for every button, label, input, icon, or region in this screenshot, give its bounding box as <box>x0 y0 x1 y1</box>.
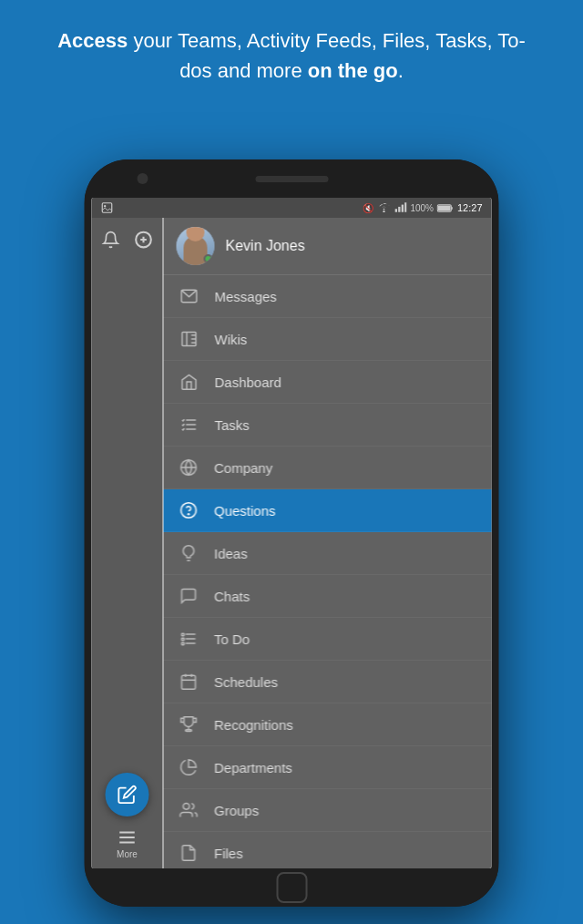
image-icon <box>101 201 114 214</box>
dashboard-label: Dashboard <box>214 375 281 390</box>
svg-rect-34 <box>181 642 184 645</box>
questions-icon <box>176 501 201 519</box>
svg-rect-5 <box>402 204 404 211</box>
files-icon <box>176 844 201 862</box>
signal-bars <box>394 202 406 214</box>
status-bar: 🔇 100% <box>92 198 492 218</box>
svg-point-2 <box>383 210 384 212</box>
tasks-icon <box>176 416 201 434</box>
ideas-label: Ideas <box>214 546 248 561</box>
header-bold-access: Access <box>57 29 128 52</box>
company-icon <box>176 458 201 477</box>
header-section: Access your Teams, Activity Feeds, Files… <box>0 0 583 102</box>
menu-panel: Kevin Jones MessagesWikisDashboardTasksC… <box>163 218 492 868</box>
menu-item-files[interactable]: Files <box>163 832 492 868</box>
phone-container: 🔇 100% <box>85 159 499 907</box>
svg-rect-32 <box>181 633 184 636</box>
menu-item-departments[interactable]: Departments <box>163 746 492 789</box>
groups-icon <box>176 801 201 819</box>
left-panel: More <box>92 218 163 868</box>
menu-item-recognitions[interactable]: Recognitions <box>163 703 492 746</box>
svg-rect-40 <box>185 730 191 732</box>
files-label: Files <box>214 846 243 861</box>
menu-item-company[interactable]: Company <box>163 447 492 489</box>
notification-button[interactable] <box>98 227 124 252</box>
company-label: Company <box>214 460 272 476</box>
svg-rect-4 <box>398 206 400 211</box>
todo-icon <box>176 630 201 648</box>
phone-speaker <box>255 176 328 182</box>
header-bold-onthego: on the go <box>308 59 398 82</box>
messages-icon <box>176 287 201 305</box>
chats-icon <box>176 587 201 605</box>
wifi-icon <box>377 202 390 214</box>
departments-icon <box>176 758 201 776</box>
hamburger-icon <box>117 827 137 847</box>
phone-screen: 🔇 100% <box>92 198 492 868</box>
menu-item-messages[interactable]: Messages <box>163 275 492 318</box>
add-button[interactable] <box>131 227 157 252</box>
messages-label: Messages <box>214 289 276 304</box>
schedules-label: Schedules <box>214 674 278 690</box>
menu-item-questions[interactable]: Questions <box>163 489 492 532</box>
status-left-icons <box>101 201 114 214</box>
user-header[interactable]: Kevin Jones <box>163 218 492 275</box>
dashboard-icon <box>176 373 201 391</box>
tasks-label: Tasks <box>214 417 249 433</box>
time-display: 12:27 <box>457 202 483 213</box>
svg-rect-33 <box>181 638 184 641</box>
wikis-icon <box>176 330 201 348</box>
phone-frame: 🔇 100% <box>85 159 499 907</box>
menu-item-dashboard[interactable]: Dashboard <box>163 361 492 404</box>
svg-rect-0 <box>102 203 112 213</box>
questions-label: Questions <box>214 503 276 518</box>
todo-label: To Do <box>214 631 250 647</box>
menu-item-groups[interactable]: Groups <box>163 789 492 832</box>
battery-icon <box>437 203 454 213</box>
status-right: 🔇 100% <box>363 202 482 214</box>
menu-item-schedules[interactable]: Schedules <box>163 661 492 703</box>
wikis-label: Wikis <box>214 332 247 347</box>
svg-point-1 <box>104 205 106 207</box>
avatar <box>176 227 214 265</box>
menu-item-ideas[interactable]: Ideas <box>163 532 492 575</box>
chats-label: Chats <box>214 589 250 604</box>
more-nav-button[interactable]: More <box>117 827 138 859</box>
svg-rect-9 <box>452 207 454 210</box>
svg-point-41 <box>183 804 189 810</box>
phone-bottom-bezel <box>85 868 499 907</box>
header-text: Access your Teams, Activity Feeds, Files… <box>57 29 526 82</box>
svg-rect-35 <box>181 675 195 689</box>
menu-item-tasks[interactable]: Tasks <box>163 404 492 447</box>
page-background: Access your Teams, Activity Feeds, Files… <box>0 0 583 924</box>
svg-rect-6 <box>404 202 406 212</box>
more-label: More <box>117 849 138 859</box>
battery-percent: 100% <box>410 203 434 213</box>
online-indicator <box>203 254 212 263</box>
svg-rect-8 <box>438 205 451 210</box>
phone-top-bezel <box>85 159 499 198</box>
groups-label: Groups <box>214 803 259 818</box>
user-name: Kevin Jones <box>225 238 304 254</box>
menu-item-todo[interactable]: To Do <box>163 618 492 661</box>
top-action-buttons <box>98 227 157 252</box>
recognitions-icon <box>176 715 201 734</box>
app-content: More <box>92 218 492 868</box>
home-button[interactable] <box>276 872 307 903</box>
svg-rect-3 <box>395 209 397 212</box>
mute-icon: 🔇 <box>363 203 373 213</box>
recognitions-label: Recognitions <box>214 717 293 733</box>
menu-item-chats[interactable]: Chats <box>163 575 492 618</box>
svg-point-27 <box>180 503 196 518</box>
departments-label: Departments <box>214 760 292 775</box>
phone-camera <box>138 173 148 184</box>
edit-fab[interactable] <box>106 773 149 816</box>
menu-items-container: MessagesWikisDashboardTasksCompanyQuesti… <box>163 275 492 868</box>
menu-item-wikis[interactable]: Wikis <box>163 318 492 361</box>
schedules-icon <box>176 672 201 691</box>
ideas-icon <box>176 544 201 562</box>
